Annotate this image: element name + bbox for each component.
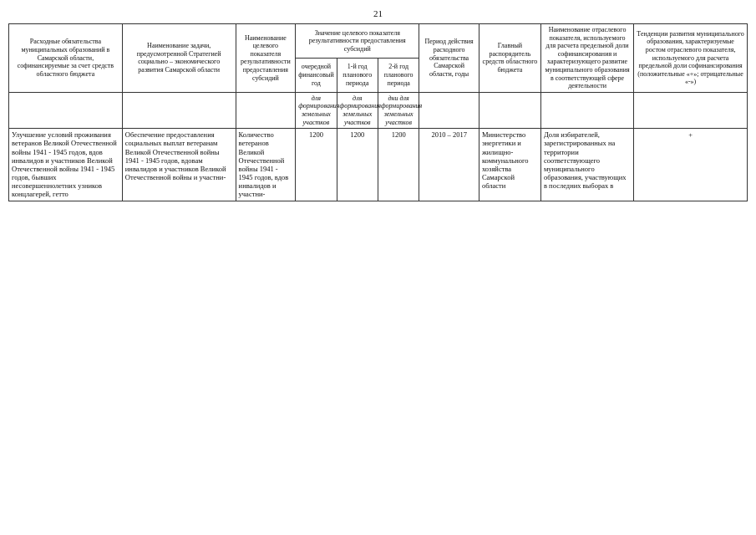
data-col4: 1200 bbox=[296, 129, 337, 201]
subheader-col6: 2-й год планового периода bbox=[378, 58, 419, 92]
header-col2: Наименование задачи, предусмотренной Стр… bbox=[122, 24, 236, 93]
sub-empty-1 bbox=[9, 92, 123, 128]
header-row: Расходные обязательства муниципальных об… bbox=[9, 24, 748, 59]
sub-empty-3 bbox=[236, 92, 296, 128]
header-col3: Наименование целевого показателя результ… bbox=[236, 24, 296, 93]
sub-empty-8 bbox=[479, 92, 540, 128]
data-row-1: Улучшение условий проживания ветеранов В… bbox=[9, 129, 748, 201]
header-col10: Тенденции развития муниципального образо… bbox=[634, 24, 748, 93]
main-table: Расходные обязательства муниципальных об… bbox=[8, 23, 748, 201]
subheader-col5: 1-й год планового периода bbox=[337, 58, 378, 92]
sub-label-col5: для формирования земельных участков bbox=[337, 92, 378, 128]
header-col7: Период действия расходного обязательства… bbox=[419, 24, 479, 93]
data-col10: + bbox=[634, 129, 748, 201]
sub-label-col6: дни для формирования земельных участков bbox=[378, 92, 419, 128]
sub-empty-9 bbox=[540, 92, 633, 128]
sub-label-col4: для формирования земельных участков bbox=[296, 92, 337, 128]
sub-empty-10 bbox=[634, 92, 748, 128]
header-col8: Главный распорядитель средств областного… bbox=[479, 24, 540, 93]
data-col6: 1200 bbox=[378, 129, 419, 201]
data-col1: Улучшение условий проживания ветеранов В… bbox=[9, 129, 123, 201]
subheader-col4: очередной финансовый год bbox=[296, 58, 337, 92]
page-number: 21 bbox=[8, 8, 748, 18]
data-col2: Обеспечение предоставления социальных вы… bbox=[122, 129, 236, 201]
header-col1: Расходные обязательства муниципальных об… bbox=[9, 24, 123, 93]
sub-label-row: для формирования земельных участков для … bbox=[9, 92, 748, 128]
sub-empty-2 bbox=[122, 92, 236, 128]
data-col7: 2010 – 2017 bbox=[419, 129, 479, 201]
data-col9: Доля избирателей, зарегистрированных на … bbox=[540, 129, 633, 201]
data-col3: Количество ветеранов Великой Отечественн… bbox=[236, 129, 296, 201]
data-col5: 1200 bbox=[337, 129, 378, 201]
data-col8: Министерство энергетики и жилищно-коммун… bbox=[479, 129, 540, 201]
header-col9: Наименование отраслевого показателя, исп… bbox=[540, 24, 633, 93]
header-value-group: Значение целевого показателя результатив… bbox=[296, 24, 419, 59]
sub-empty-7 bbox=[419, 92, 479, 128]
